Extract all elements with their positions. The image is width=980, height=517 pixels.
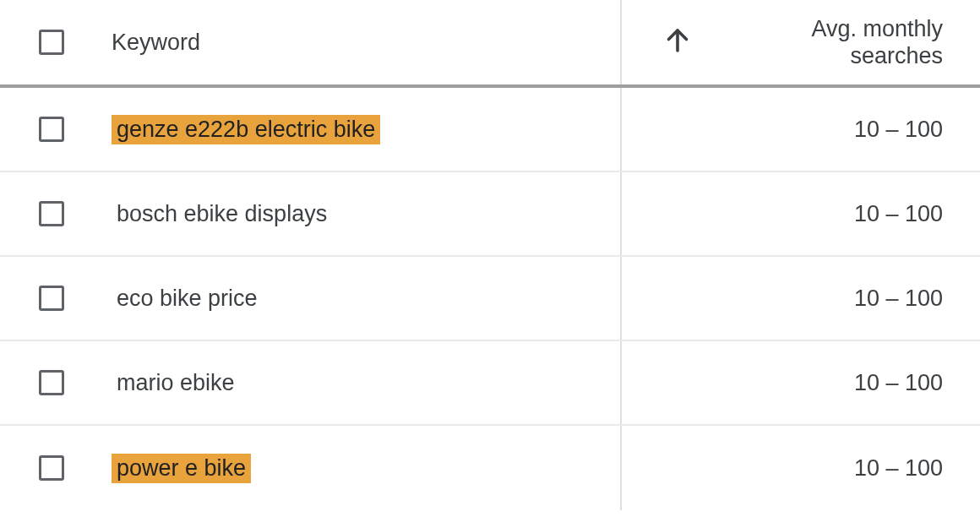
row-checkbox-cell	[39, 455, 112, 481]
keyword-text[interactable]: genze e222b electric bike	[112, 115, 380, 144]
keyword-text[interactable]: bosch ebike displays	[112, 199, 332, 229]
table-row: eco bike price10 – 100	[0, 257, 980, 341]
keyword-text[interactable]: eco bike price	[112, 284, 263, 313]
row-checkbox-cell	[39, 370, 112, 395]
table-row: bosch ebike displays10 – 100	[0, 172, 980, 257]
row-checkbox[interactable]	[39, 117, 64, 142]
row-keyword-cell: bosch ebike displays	[112, 199, 620, 229]
row-checkbox-cell	[39, 117, 112, 142]
row-searches-cell: 10 – 100	[622, 455, 943, 482]
header-searches-line1: Avg. monthly	[811, 15, 943, 42]
header-searches-cell[interactable]: Avg. monthly searches	[622, 15, 943, 70]
table-row: genze e222b electric bike10 – 100	[0, 88, 980, 172]
header-keyword-label: Keyword	[112, 30, 200, 56]
row-checkbox-cell	[39, 286, 112, 311]
table-row: mario ebike10 – 100	[0, 341, 980, 426]
searches-text: 10 – 100	[854, 201, 943, 227]
header-checkbox-cell	[39, 30, 112, 55]
row-checkbox[interactable]	[39, 370, 64, 395]
row-keyword-cell: eco bike price	[112, 284, 620, 313]
keyword-text[interactable]: power e bike	[112, 454, 251, 483]
row-searches-cell: 10 – 100	[622, 286, 943, 312]
table-row: power e bike10 – 100	[0, 426, 980, 510]
row-searches-cell: 10 – 100	[622, 117, 943, 143]
row-searches-cell: 10 – 100	[622, 370, 943, 396]
row-searches-cell: 10 – 100	[622, 201, 943, 227]
row-checkbox[interactable]	[39, 286, 64, 311]
arrow-up-icon	[662, 25, 693, 59]
searches-text: 10 – 100	[854, 455, 943, 482]
row-checkbox-cell	[39, 201, 112, 226]
keyword-text[interactable]: mario ebike	[112, 368, 240, 398]
searches-text: 10 – 100	[854, 370, 943, 396]
row-keyword-cell: mario ebike	[112, 368, 620, 398]
searches-text: 10 – 100	[854, 286, 943, 312]
header-searches-label: Avg. monthly searches	[811, 15, 943, 70]
row-keyword-cell: genze e222b electric bike	[112, 115, 620, 144]
select-all-checkbox[interactable]	[39, 30, 64, 55]
table-body: genze e222b electric bike10 – 100bosch e…	[0, 88, 980, 510]
row-keyword-cell: power e bike	[112, 454, 620, 483]
searches-text: 10 – 100	[854, 117, 943, 143]
header-keyword-cell[interactable]: Keyword	[112, 30, 620, 56]
row-checkbox[interactable]	[39, 455, 64, 481]
table-header-row: Keyword Avg. monthly searches	[0, 0, 980, 88]
header-searches-line2: searches	[811, 42, 943, 69]
keyword-table: Keyword Avg. monthly searches genze e222…	[0, 0, 980, 510]
row-checkbox[interactable]	[39, 201, 64, 226]
